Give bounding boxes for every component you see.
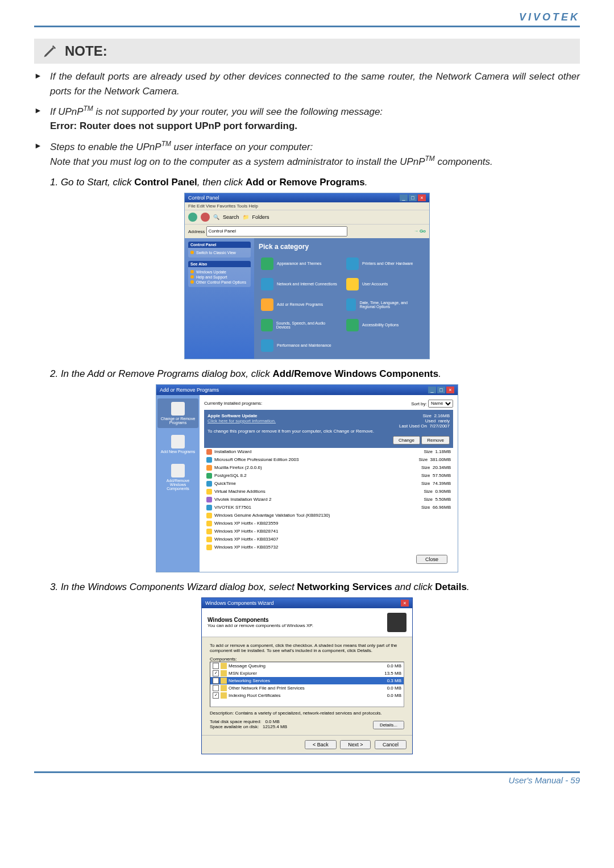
component-row[interactable]: ✓MSN Explorer13.5 MB [210, 670, 404, 677]
disk-av-label: Space available on disk: [210, 724, 259, 729]
size-label: Size [419, 457, 428, 462]
program-row[interactable]: PostgreSQL 8.2Size 57.50MB [204, 472, 453, 480]
triangle-right-icon: ► [34, 139, 50, 169]
remove-button[interactable]: Remove [421, 436, 450, 445]
pencil-icon [42, 43, 58, 59]
program-row[interactable]: Virtual Machine AdditionsSize 0.90MB [204, 488, 453, 496]
maximize-icon[interactable]: □ [409, 194, 417, 201]
details-button[interactable]: Details... [373, 721, 404, 729]
program-name: VIVOTEK ST7501 [214, 505, 251, 510]
program-icon [206, 545, 212, 550]
minimize-icon[interactable]: _ [400, 194, 408, 201]
add-remove-programs-window: Add or Remove Programs _ □ × Change or R… [156, 384, 458, 572]
back-button[interactable]: < Back [305, 740, 337, 749]
back-button[interactable] [188, 213, 197, 222]
category-item[interactable]: Accessibility Options [344, 317, 425, 334]
disk-av-value: 12125.4 MB [263, 724, 287, 729]
nav-add-new[interactable]: Add New Programs [157, 431, 198, 457]
category-item[interactable]: Appearance and Themes [259, 255, 339, 272]
component-row[interactable]: ✓Networking Services0.3 MB [210, 677, 404, 684]
category-item[interactable]: Add or Remove Programs [259, 296, 339, 313]
size-label: Size [424, 489, 433, 494]
checkbox[interactable] [213, 663, 219, 669]
component-row[interactable]: ✓Indexing Root Certificates0.0 MB [210, 692, 404, 699]
step-1-cp: Control Panel [134, 177, 197, 188]
program-name: Windows XP Hotfix - KB828741 [214, 529, 278, 534]
close-icon[interactable]: × [418, 194, 426, 201]
sidebar-item[interactable]: Windows Update [190, 269, 248, 275]
change-button[interactable]: Change [393, 436, 420, 445]
program-row[interactable]: Windows XP Hotfix - KB828741 [204, 528, 453, 535]
toolbar: 🔍Search 📁Folders [185, 210, 429, 224]
sidebar-item[interactable]: Other Control Panel Options [190, 280, 248, 285]
sortby-label: Sort by: [411, 401, 427, 406]
program-row[interactable]: Windows XP Hotfix - KB833407 [204, 535, 453, 543]
wizard-header-title: Windows Components [208, 617, 313, 623]
program-row[interactable]: Microsoft Office Professional Edition 20… [204, 456, 453, 464]
go-button[interactable]: → Go [414, 229, 426, 234]
step-2: 2. In the Add or Remove Programs dialog … [50, 368, 580, 380]
checkbox[interactable] [213, 685, 219, 691]
category-item[interactable]: Network and Internet Connections [259, 276, 339, 293]
program-row[interactable]: Vivotek Installation Wizard 2Size 5.50MB [204, 496, 453, 504]
sidebar-item-classic-view[interactable]: Switch to Classic View [190, 250, 248, 255]
close-icon[interactable]: × [401, 600, 409, 607]
sortby-select[interactable]: Name [428, 400, 453, 408]
maximize-icon[interactable]: □ [437, 387, 445, 393]
triangle-right-icon: ► [34, 104, 50, 134]
program-row[interactable]: QuickTimeSize 74.39MB [204, 480, 453, 488]
component-row[interactable]: Message Queuing0.0 MB [210, 662, 404, 670]
nav-windows-components[interactable]: Add/Remove Windows Components [157, 460, 198, 494]
toolbar-search[interactable]: Search [223, 214, 239, 220]
step-3-c: and click [392, 582, 435, 592]
sidebar-item[interactable]: Help and Support [190, 275, 248, 280]
checkbox[interactable]: ✓ [213, 692, 219, 699]
forward-button[interactable] [201, 213, 210, 222]
component-size: 0.0 MB [387, 663, 401, 668]
checkbox[interactable]: ✓ [213, 678, 219, 684]
selected-program[interactable]: Apple Software UpdateSize 2.16MB Click h… [204, 410, 453, 448]
component-size: 13.5 MB [384, 671, 401, 676]
description-text: Contains a variety of specialized, netwo… [235, 711, 381, 716]
program-row[interactable]: VIVOTEK ST7501Size 66.96MB [204, 504, 453, 512]
category-item[interactable]: Printers and Other Hardware [344, 255, 425, 272]
close-icon[interactable]: × [446, 387, 454, 393]
program-icon [206, 489, 212, 495]
minimize-icon[interactable]: _ [428, 387, 436, 393]
program-row[interactable]: Windows XP Hotfix - KB823559 [204, 520, 453, 528]
category-item[interactable]: Date, Time, Language, and Regional Optio… [344, 296, 425, 313]
menubar[interactable]: File Edit View Favorites Tools Help [185, 202, 429, 210]
window-title: Add or Remove Programs [160, 387, 219, 393]
program-row[interactable]: Mozilla Firefox (2.0.0.6)Size 20.34MB [204, 464, 453, 472]
step-3-a: 3. In the Windows Components Wizard dial… [50, 582, 297, 592]
program-icon [206, 505, 212, 510]
program-row[interactable]: Installation WizardSize 1.18MB [204, 448, 453, 456]
bullet-3-text-a: Steps to enable the UPnP [50, 141, 161, 152]
program-row[interactable]: Windows Genuine Advantage Validation Too… [204, 512, 453, 520]
size-label: Size [421, 465, 430, 470]
toolbar-folders[interactable]: Folders [252, 214, 269, 220]
support-link[interactable]: Click here for support information. [208, 418, 276, 423]
bullet-1: ► If the default ports are already used … [34, 69, 580, 98]
close-button[interactable]: Close [416, 555, 447, 564]
bullet-1-text: If the default ports are already used by… [50, 69, 580, 98]
window-controls: _ □ × [428, 387, 454, 393]
program-row[interactable]: Windows XP Hotfix - KB835732 [204, 543, 453, 551]
search-icon[interactable]: 🔍 [213, 214, 219, 220]
program-list-pane: Currently installed programs: Sort by: N… [200, 395, 458, 572]
window-title: Control Panel [188, 195, 219, 201]
category-item[interactable]: User Accounts [344, 276, 425, 293]
nav-change-remove[interactable]: Change or Remove Programs [157, 398, 198, 428]
components-list[interactable]: Message Queuing0.0 MB✓MSN Explorer13.5 M… [210, 662, 404, 707]
triangle-right-icon: ► [34, 69, 50, 98]
category-item[interactable]: Performance and Maintenance [259, 337, 339, 354]
category-item[interactable]: Sounds, Speech, and Audio Devices [259, 317, 339, 334]
checkbox[interactable]: ✓ [213, 670, 219, 676]
component-row[interactable]: Other Network File and Print Services0.0… [210, 684, 404, 692]
address-input[interactable] [206, 226, 347, 236]
size-value: 5.50MB [435, 497, 451, 502]
folders-icon[interactable]: 📁 [243, 214, 249, 220]
cancel-button[interactable]: Cancel [375, 740, 406, 749]
next-button[interactable]: Next > [340, 740, 371, 749]
program-name: PostgreSQL 8.2 [214, 473, 247, 478]
